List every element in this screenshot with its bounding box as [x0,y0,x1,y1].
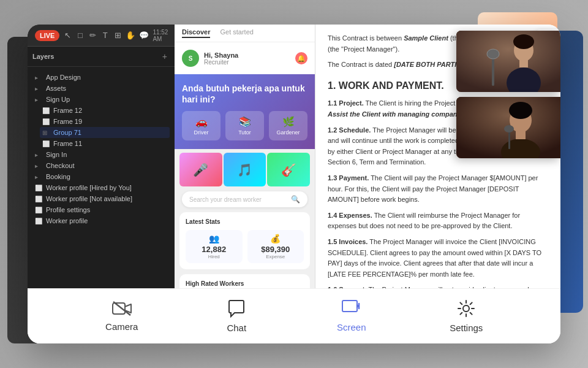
text-tool[interactable]: T [101,29,110,42]
folder-icon: ▸ [35,96,42,103]
screen-control[interactable]: Screen [327,300,376,332]
frame-tool[interactable]: □ [76,29,85,42]
document-panel: This Contract is between Sample Client (… [315,25,560,288]
layer-booking[interactable]: ▸ Booking [32,171,170,182]
search-bar[interactable]: Search your dream worker 🔍 [182,191,307,207]
doc-s1p6: 1.6 Support. The Project Manager will no… [328,285,548,288]
person-silhouette-1 [456,31,560,92]
time-display: 11:52 AM [153,29,170,42]
tutor-icon: 📚 [230,116,259,128]
tab-discover[interactable]: Discover [182,28,210,38]
frame-icon: ⬜ [42,140,50,147]
layer-signup[interactable]: ▸ Sign Up [32,94,170,105]
greeting-name: Hi, Shayna [204,52,238,59]
photo-tiles-row: 🎤 🎵 🎸 [175,149,315,186]
stats-section: Latest Stats 👥 12,882 Hired 💰 $89,390 Ex… [179,212,310,269]
svg-rect-16 [342,301,357,312]
video-overlay-1 [456,31,560,92]
layers-list: ▸ App Design ▸ Assets ▸ Sign Up ⬜ [28,67,175,288]
camera-icon [112,301,132,316]
category-gardener[interactable]: 🌿 Gardener [269,111,307,140]
layer-signin[interactable]: ▸ Sign In [32,149,170,160]
tab-get-started[interactable]: Get started [220,28,253,38]
photo-tile-2: 🎵 [224,153,266,186]
photo-icon-3: 🎸 [267,153,310,186]
layer-assets[interactable]: ▸ Assets [32,83,170,94]
video-face-1 [456,31,560,92]
svg-point-6 [487,49,499,59]
app-tab-bar: Discover Get started [175,25,315,42]
toolbar: LIVE ↖ □ ✏ T ⊞ ✋ 💬 11:52 AM [28,25,175,47]
folder-icon: ▸ [35,74,42,81]
hired-icon: 👥 [189,234,239,243]
tab-group: Discover Get started [182,28,254,38]
driver-icon: 🚗 [187,116,216,128]
photo-icon-1: 🎤 [179,153,222,186]
search-placeholder-text: Search your dream worker [189,196,287,203]
layer-frame11[interactable]: ⬜ Frame 11 [40,138,170,149]
layers-header: Layers + [28,47,175,67]
bottom-controls: Camera Chat [28,288,560,343]
folder-icon: ▸ [35,85,42,92]
layer-worker-profile[interactable]: ⬜ Worker profile [32,215,170,226]
expense-icon: 💰 [251,234,301,243]
screen-icon [342,300,361,317]
greeting-role: Recruiter [204,59,238,66]
folder-icon: ▸ [35,163,42,169]
layers-title: Layers [32,53,54,60]
doc-s1p4: 1.4 Expenses. The Client will reimburse … [328,210,548,232]
hired-number: 12,882 [189,245,239,254]
layer-frame12[interactable]: ⬜ Frame 12 [40,105,170,116]
svg-rect-10 [516,131,526,139]
workers-section: High Rated Workers 👦 Shian ★ 4.8 👩 Cindi… [179,274,310,288]
category-tutor-label: Tutor [230,129,259,136]
layer-app-design[interactable]: ▸ App Design [32,72,170,83]
add-layer-button[interactable]: + [160,50,170,63]
svg-rect-3 [519,60,528,67]
svg-point-11 [509,102,532,119]
frame-icon: ⬜ [35,196,42,202]
hero-section: Anda butuh pekerja apa untuk hari ini? 🚗… [175,74,315,149]
camera-control[interactable]: Camera [97,301,146,332]
screen-label: Screen [337,322,366,332]
chat-label: Chat [227,323,246,333]
layer-frame19[interactable]: ⬜ Frame 19 [40,116,170,127]
photo-icon-2: 🎵 [224,153,266,186]
folder-icon: ▸ [35,151,42,158]
expense-label: Expense [251,254,301,259]
layer-profile-settings[interactable]: ⬜ Profile settings [32,204,170,215]
category-driver-label: Driver [187,129,216,136]
photo-tile-1: 🎤 [179,153,222,186]
select-tool[interactable]: ↖ [63,29,72,42]
layer-worker-unavail[interactable]: ⬜ Worker profile [Not available] [32,193,170,204]
svg-point-18 [463,305,469,312]
app-greeting: S Hi, Shayna Recruiter 🔔 [175,42,315,74]
svg-line-15 [113,302,130,315]
expense-number: $89,390 [251,245,301,254]
folder-icon: ▸ [35,174,42,180]
greeting-info: Hi, Shayna Recruiter [204,52,238,66]
layers-panel: LIVE ↖ □ ✏ T ⊞ ✋ 💬 11:52 AM Layers + [28,25,175,288]
svg-point-13 [504,125,514,132]
notification-icon[interactable]: 🔔 [295,52,307,64]
category-driver[interactable]: 🚗 Driver [182,111,221,140]
hired-label: Hired [189,254,239,259]
hand-tool[interactable]: ✋ [126,29,135,42]
video-face-2 [456,97,560,158]
doc-s1p3: 1.3 Payment. The Client will pay the Pro… [328,173,548,205]
layer-checkout[interactable]: ▸ Checkout [32,160,170,171]
pen-tool[interactable]: ✏ [88,29,97,42]
svg-rect-5 [492,55,494,86]
layer-group71[interactable]: ⊞ Group 71 [40,127,170,138]
group-icon: ⊞ [42,129,50,136]
chat-control[interactable]: Chat [212,299,261,333]
category-tutor[interactable]: 📚 Tutor [225,111,264,140]
category-gardener-label: Gardener [274,129,303,136]
shape-tool[interactable]: ⊞ [113,29,122,42]
settings-label: Settings [450,323,483,333]
comment-tool[interactable]: 💬 [139,29,149,42]
layer-worker-hired[interactable]: ⬜ Worker profile [Hired by You] [32,182,170,193]
app-content-scroll[interactable]: S Hi, Shayna Recruiter 🔔 Anda butuh peke… [175,42,315,288]
settings-control[interactable]: Settings [442,299,491,333]
video-overlay-2 [456,97,560,158]
